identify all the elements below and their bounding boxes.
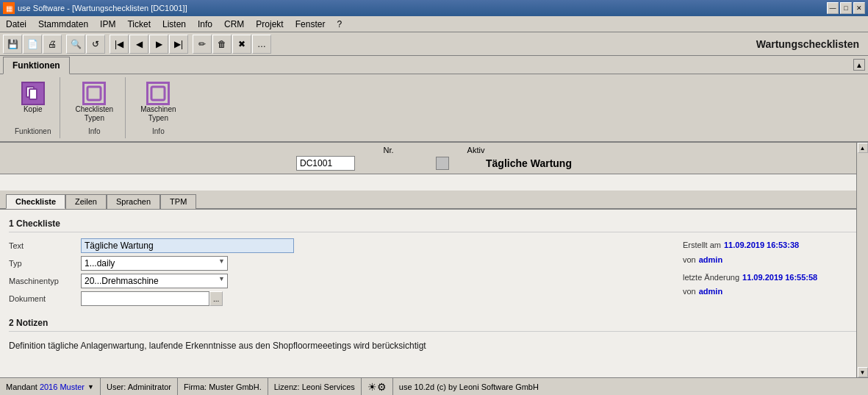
scroll-down-btn[interactable]: ▼ (858, 367, 868, 377)
ribbon-collapse-btn[interactable]: ▲ (853, 59, 865, 71)
toolbar-print-btn[interactable]: 🖨 (43, 35, 62, 54)
menu-projekt[interactable]: Projekt (250, 16, 289, 32)
form-main-row: Text Typ 1...daily Maschi (9, 238, 859, 309)
dokument-label: Dokument (9, 294, 75, 303)
ribbon-group-kopie: Kopie Funktionen (6, 77, 60, 138)
maschinentyp-label: Maschinentyp (9, 277, 75, 285)
checklisten-typen-button[interactable]: ChecklistenTypen (72, 80, 116, 124)
menu-datei[interactable]: Datei (0, 16, 32, 32)
toolbar-refresh-btn[interactable]: ↺ (86, 35, 105, 54)
main-content: Nr.AktivTägliche Wartung Checkliste Zeil… (0, 143, 868, 395)
funktionen-group-label: Funktionen (15, 127, 51, 135)
menu-crm[interactable]: CRM (218, 16, 250, 32)
tab-sprachen[interactable]: Sprachen (107, 194, 160, 209)
menu-ticket[interactable]: Ticket (121, 16, 157, 32)
ribbon-content: Kopie Funktionen ChecklistenTypen Info (0, 74, 868, 141)
kopie-button[interactable]: Kopie (15, 80, 51, 115)
menu-info[interactable]: Info (192, 16, 218, 32)
record-header: Nr.AktivTägliche Wartung (0, 143, 868, 174)
maschinen-label: MaschinenTypen (140, 105, 176, 123)
toolbar: 💾 📄 🖨 🔍 ↺ |◀ ◀ ▶ ▶| ✏ 🗑 ✖ … Wartungschec… (0, 32, 868, 56)
mandant-chevron[interactable]: ▼ (87, 383, 94, 391)
menu-listen[interactable]: Listen (157, 16, 192, 32)
tab-zeilen[interactable]: Zeilen (65, 194, 107, 209)
aenderung-von-row: von admin (683, 285, 859, 299)
ribbon-tabs: Funktionen ▲ (0, 56, 868, 74)
text-input[interactable] (81, 238, 294, 253)
info-group-label2: Info (152, 127, 165, 135)
erstellt-date: 11.09.2019 16:53:38 (724, 238, 799, 253)
kopie-icon (21, 82, 45, 105)
menu-help[interactable]: ? (331, 16, 348, 32)
ribbon-tab-funktionen[interactable]: Funktionen (3, 57, 70, 74)
scroll-up-btn[interactable]: ▲ (858, 143, 868, 153)
title-bar-buttons[interactable]: — □ ✕ (827, 2, 865, 14)
toolbar-edit-btn[interactable]: ✏ (193, 35, 212, 54)
menu-ipm[interactable]: IPM (94, 16, 121, 32)
aenderung-von: admin (699, 285, 722, 299)
version-segment: use 10.2d (c) by Leoni Software GmbH (393, 378, 545, 395)
notizen-section: 2 Notizen Definition tägliche Anlagenwar… (9, 315, 859, 354)
text-label: Text (9, 241, 75, 250)
form-right: Erstellt am 11.09.2019 16:53:38 von admi… (639, 238, 859, 309)
window-title: use Software - [Wartungschecklisten [DC1… (18, 4, 187, 13)
toolbar-new-btn[interactable]: 📄 (23, 35, 42, 54)
mandant-value[interactable]: 2016 Muster (40, 382, 85, 391)
notizen-text: Definition tägliche Anlagenwartung, lauf… (9, 338, 859, 354)
kopie-label: Kopie (24, 105, 43, 114)
erstellt-von: admin (699, 253, 722, 268)
maschinentyp-row: Maschinentyp 20...Drehmaschine (9, 274, 624, 288)
close-button[interactable]: ✕ (853, 2, 865, 14)
toolbar-search-btn[interactable]: 🔍 (66, 35, 85, 54)
firma-segment: Firma: Muster GmbH. (178, 378, 268, 395)
toolbar-first-btn[interactable]: |◀ (110, 35, 129, 54)
maschinen-typen-button[interactable]: MaschinenTypen (137, 80, 179, 124)
maschinentyp-select[interactable]: 20...Drehmaschine (81, 274, 228, 288)
user-label: User: Adminitrator (107, 382, 171, 391)
dokument-browse-btn[interactable]: ... (209, 291, 223, 306)
maschinentyp-select-wrap: 20...Drehmaschine (81, 274, 228, 288)
module-title: Wartungschecklisten (756, 38, 865, 50)
mandant-segment: Mandant 2016 Muster ▼ (0, 378, 101, 395)
user-segment: User: Adminitrator (101, 378, 178, 395)
tab-checkliste[interactable]: Checkliste (6, 194, 65, 209)
erstellt-von-label: von (683, 253, 696, 268)
lizenz-label: Lizenz: Leoni Services (274, 382, 355, 391)
dokument-wrap: ... (81, 291, 223, 306)
lizenz-segment: Lizenz: Leoni Services (268, 378, 362, 395)
title-bar-left: ▦ use Software - [Wartungschecklisten [D… (3, 2, 187, 14)
toolbar-more-btn[interactable]: … (252, 35, 271, 54)
typ-row: Typ 1...daily (9, 256, 624, 271)
status-icon-sun[interactable]: ☀ (367, 381, 377, 393)
firma-label: Firma: Muster GmbH. (184, 382, 262, 391)
typ-select[interactable]: 1...daily (81, 256, 228, 271)
dokument-input[interactable] (81, 291, 209, 306)
tab-tpm[interactable]: TPM (160, 194, 196, 209)
app-icon: ▦ (3, 2, 15, 14)
nr-input[interactable] (296, 156, 355, 171)
info-group-label: Info (88, 127, 101, 135)
toolbar-save-btn[interactable]: 💾 (3, 35, 22, 54)
ribbon: Funktionen ▲ Kopie Funktionen (0, 56, 868, 143)
maximize-button[interactable]: □ (840, 2, 852, 14)
version-label: use 10.2d (c) by Leoni Software GmbH (399, 382, 539, 391)
menu-bar: Datei Stammdaten IPM Ticket Listen Info … (0, 16, 868, 32)
menu-stammdaten[interactable]: Stammdaten (32, 16, 94, 32)
toolbar-prev-btn[interactable]: ◀ (129, 35, 148, 54)
toolbar-cancel-btn[interactable]: ✖ (232, 35, 251, 54)
toolbar-last-btn[interactable]: ▶| (169, 35, 188, 54)
toolbar-next-btn[interactable]: ▶ (149, 35, 168, 54)
toolbar-delete-btn[interactable]: 🗑 (212, 35, 232, 54)
status-icon-gear[interactable]: ⚙ (377, 381, 387, 393)
typ-label: Typ (9, 259, 75, 268)
menu-fenster[interactable]: Fenster (290, 16, 331, 32)
checklisten-icon (82, 82, 106, 105)
aktiv-checkbox[interactable] (436, 157, 449, 170)
minimize-button[interactable]: — (827, 2, 839, 14)
info-panel: Erstellt am 11.09.2019 16:53:38 von admi… (683, 238, 859, 299)
ribbon-group-maschinen: MaschinenTypen Info (129, 77, 187, 138)
svg-rect-1 (29, 89, 37, 99)
form-left: Text Typ 1...daily Maschi (9, 238, 624, 309)
scrollbar[interactable]: ▲ ▼ (856, 143, 868, 377)
aenderung-von-label: von (683, 285, 696, 299)
